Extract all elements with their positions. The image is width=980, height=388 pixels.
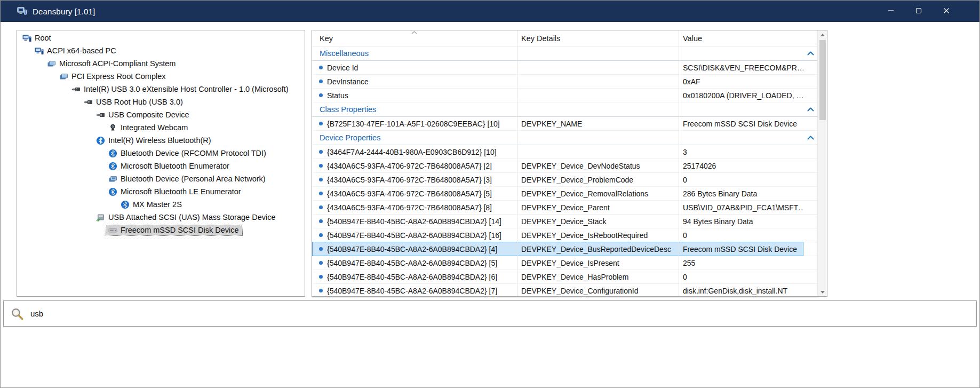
property-row[interactable]: {540B947E-8B40-45BC-A8A2-6A0B894CBDA2} [… [312,256,817,270]
close-button[interactable] [933,1,960,22]
group-name: Miscellaneous [312,49,517,58]
bluetooth-icon [121,200,130,209]
tree-item[interactable]: ACPI x64-based PC [33,46,119,56]
minimize-button[interactable] [877,1,905,22]
property-row[interactable]: {B725F130-47EF-101A-A5F1-02608C9EEBAC} [… [312,117,817,131]
system-icon [59,72,68,81]
app-window: Deansbury [1.01] RootACPI x64-based PCMi… [0,0,980,388]
property-key: {540B947E-8B40-45BC-A8A2-6A0B894CBDA2} [… [312,287,517,295]
tree-item[interactable]: USB Attached SCSI (UAS) Mass Storage Dev… [94,212,279,223]
property-row[interactable]: DevInstance0xAF [312,75,817,89]
tree-row: USB Attached SCSI (UAS) Mass Storage Dev… [17,211,305,224]
property-value: Freecom mSSD SCSI Disk Device [679,120,803,128]
group-header[interactable]: Class Properties [312,102,817,117]
tree-item[interactable]: Root [20,33,54,43]
tree-item[interactable]: Microsoft Bluetooth Enumerator [106,161,233,171]
tree-item[interactable]: Intel(R) Wireless Bluetooth(R) [94,136,214,146]
property-key-details: DEVPKEY_Device_BusReportedDeviceDesc [517,245,679,254]
tree-item[interactable]: Integrated Webcam [106,123,191,133]
app-icon [17,6,27,17]
property-key-details: DEVPKEY_Device_ConfigurationId [517,287,679,295]
tree-row: Integrated Webcam [17,121,305,134]
tree-row: Microsoft Bluetooth Enumerator [17,160,305,172]
property-key: DevInstance [312,77,517,86]
property-value: 0 [679,273,803,281]
tree-row: Root [17,31,305,44]
bluetooth-icon [108,162,117,171]
vertical-scrollbar[interactable] [817,30,827,296]
column-header-key[interactable]: Key [312,34,517,43]
search-icon [10,307,24,321]
tree-item[interactable]: MX Master 2S [118,200,185,210]
property-value: 25174026 [679,162,803,170]
webcam-icon [108,123,117,132]
property-row[interactable]: Status0x0180200A (DRIVER_LOADED, … [312,89,817,102]
tree-row: Intel(R) USB 3.0 eXtensible Host Control… [17,83,305,96]
property-row[interactable]: {540B947E-8B40-45BC-A8A2-6A0B894CBDA2} [… [312,215,817,228]
network-icon [108,175,117,184]
usb-icon [71,85,81,94]
tree-item[interactable]: PCI Express Root Complex [57,72,169,82]
collapse-group-icon[interactable] [803,107,817,112]
property-row[interactable]: {540B947E-8B40-45BC-A8A2-6A0B894CBDA2} [… [312,270,817,284]
disk-icon [108,226,117,235]
property-row[interactable]: {540B947E-8B40-45BC-A8A2-6A0B894CBDA2} [… [312,284,817,298]
group-header[interactable]: Device Properties [312,131,817,145]
tree-item-label: Bluetooth Device (Personal Area Network) [121,175,266,183]
search-input[interactable] [30,309,976,318]
column-header-key-details[interactable]: Key Details [517,34,679,43]
property-value: 94 Bytes Binary Data [679,217,803,226]
property-key-details: DEVPKEY_Device_DevNodeStatus [517,162,679,170]
tree-item[interactable]: Bluetooth Device (Personal Area Network) [106,174,269,184]
property-value: disk.inf:GenDisk,disk_install.NT [679,287,803,295]
window-title: Deansbury [1.01] [33,7,95,16]
maximize-button[interactable] [905,1,933,22]
property-value: 0 [679,231,803,240]
system-icon [47,59,56,68]
property-row[interactable]: {4340A6C5-93FA-4706-972C-7B648008A5A7} [… [312,173,817,187]
property-key-details: DEVPKEY_Device_RemovalRelations [517,189,679,198]
tree-item[interactable]: Intel(R) USB 3.0 eXtensible Host Control… [69,84,292,94]
tree-row: Microsoft Bluetooth LE Enumerator [17,185,305,198]
property-row[interactable]: {540B947E-8B40-45BC-A8A2-6A0B894CBDA2} [… [312,242,817,256]
property-key-details: DEVPKEY_Device_ProblemCode [517,176,679,184]
column-header-value[interactable]: Value [679,34,803,43]
tree-item-label: Freecom mSSD SCSI Disk Device [121,226,239,234]
scroll-down-icon[interactable] [818,288,827,296]
column-header-key-label: Key [320,34,333,43]
scroll-up-icon[interactable] [818,30,827,39]
tree-row: Bluetooth Device (Personal Area Network) [17,172,305,185]
property-row[interactable]: {4340A6C5-93FA-4706-972C-7B648008A5A7} [… [312,201,817,215]
property-key: Device Id [312,64,517,72]
property-value: Freecom mSSD SCSI Disk Device [679,245,803,254]
property-value: 255 [679,259,803,267]
tree-item[interactable]: Bluetooth Device (RFCOMM Protocol TDI) [106,148,269,159]
group-header[interactable]: Miscellaneous [312,46,817,61]
property-key: {4340A6C5-93FA-4706-972C-7B648008A5A7} [… [312,203,517,212]
property-row[interactable]: {4340A6C5-93FA-4706-972C-7B648008A5A7} [… [312,159,817,173]
property-value: USB\VID_07AB&PID_FCA1\MSFT… [679,203,803,212]
tree-item[interactable]: USB Composite Device [94,110,193,120]
property-key: {540B947E-8B40-45BC-A8A2-6A0B894CBDA2} [… [312,259,517,267]
tree-item[interactable]: Freecom mSSD SCSI Disk Device [106,225,242,235]
tree-item[interactable]: Microsoft Bluetooth LE Enumerator [106,187,244,197]
scrollbar-thumb[interactable] [819,40,826,120]
property-value: 3 [679,148,803,156]
tree-item-label: MX Master 2S [133,200,182,209]
property-row[interactable]: {4340A6C5-93FA-4706-972C-7B648008A5A7} [… [312,187,817,201]
tree-item[interactable]: USB Root Hub (USB 3.0) [82,97,186,107]
property-value: SCSI\DISK&VEN_FREECOM&PR… [679,64,803,72]
tree-item-label: Intel(R) Wireless Bluetooth(R) [108,136,211,145]
collapse-group-icon[interactable] [803,136,817,140]
group-name: Device Properties [312,133,517,142]
property-row[interactable]: {3464F7A4-2444-40B1-980A-E0903CB6D912} [… [312,145,817,159]
tree-item[interactable]: Microsoft ACPI-Compliant System [45,59,179,69]
sort-ascending-icon [411,31,417,34]
collapse-group-icon[interactable] [803,51,817,56]
tree-item-label: Microsoft Bluetooth Enumerator [121,162,229,170]
bluetooth-icon [108,187,117,196]
property-row[interactable]: Device IdSCSI\DISK&VEN_FREECOM&PR… [312,61,817,75]
window-controls [877,1,960,22]
property-key: {4340A6C5-93FA-4706-972C-7B648008A5A7} [… [312,189,517,198]
property-row[interactable]: {540B947E-8B40-45BC-A8A2-6A0B894CBDA2} [… [312,228,817,242]
